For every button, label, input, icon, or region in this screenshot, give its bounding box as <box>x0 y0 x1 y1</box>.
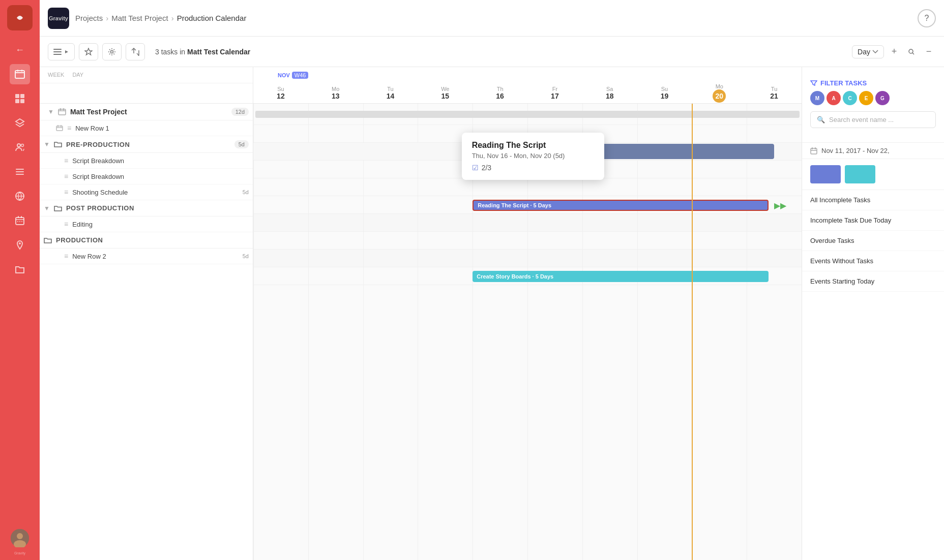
group-name-production: PRODUCTION <box>56 236 249 244</box>
group-header-production: PRODUCTION <box>40 232 253 248</box>
svg-point-9 <box>21 144 24 147</box>
group-folder-icon-prod <box>44 237 52 244</box>
search-event-box[interactable]: 🔍 Search event name ... <box>810 111 936 128</box>
task-row-editing[interactable]: ≡ Editing <box>40 216 253 232</box>
task-row-shooting-schedule[interactable]: ≡ Shooting Schedule 5d <box>40 184 253 200</box>
week-label: WEEK <box>48 72 64 78</box>
breadcrumb-projects[interactable]: Projects <box>75 14 103 22</box>
day-fr17: Fr 17 <box>527 86 582 100</box>
zoom-in-button[interactable]: + <box>887 45 901 59</box>
filter-incomplete-due-today[interactable]: Incomplete Task Due Today <box>802 210 944 231</box>
svg-rect-6 <box>15 99 19 103</box>
svg-rect-7 <box>20 99 24 103</box>
svg-rect-25 <box>53 51 62 52</box>
zoom-out-button[interactable]: − <box>922 45 936 59</box>
gravity-logo[interactable]: Gravity <box>48 8 69 29</box>
gantt-script-breakdown-2: Reading The Script Thu, Nov 16 - Mon, No… <box>253 178 802 196</box>
svg-rect-5 <box>20 94 24 98</box>
svg-rect-4 <box>15 94 19 98</box>
color-legend <box>802 159 944 190</box>
zoom-magnify-button[interactable] <box>904 45 919 59</box>
svg-rect-24 <box>53 49 62 50</box>
tooltip-check: ☑ 2/3 <box>472 164 594 172</box>
breadcrumb-project[interactable]: Matt Test Project <box>111 14 168 22</box>
sidebar-layers-icon[interactable] <box>10 113 30 133</box>
group-folder-icon <box>54 141 62 148</box>
group-collapse-pre-prod[interactable]: ▼ <box>44 141 50 148</box>
avatar-gh[interactable]: G <box>875 91 890 105</box>
svg-point-8 <box>17 144 20 147</box>
made-by-label: Gravity <box>14 551 25 555</box>
filter-overdue[interactable]: Overdue Tasks <box>802 231 944 251</box>
filter-tasks-label: FILTER TASKS <box>820 79 867 87</box>
day-sa18: Sa 18 <box>582 86 637 100</box>
settings-button[interactable] <box>102 43 122 60</box>
svg-point-28 <box>909 49 913 53</box>
filter-all-incomplete[interactable]: All Incomplete Tasks <box>802 190 944 210</box>
sidebar-folder-icon[interactable] <box>10 259 30 279</box>
filter-events-starting-today[interactable]: Events Starting Today <box>802 271 944 292</box>
star-button[interactable] <box>79 43 98 60</box>
user-avatar[interactable] <box>11 529 29 547</box>
reading-script-bar[interactable]: Reading The Script · 5 Days <box>473 200 769 211</box>
sidebar-users-icon[interactable] <box>10 137 30 158</box>
calendar-range-icon <box>810 147 817 154</box>
task-row-script-breakdown-1[interactable]: ≡ Script Breakdown <box>40 153 253 169</box>
svg-rect-31 <box>63 108 64 110</box>
svg-rect-34 <box>811 148 817 154</box>
gantt-body: PRE-PRODUCTION 5 DAYS PERIOD Reading The… <box>253 104 802 560</box>
content-area: WEEK DAY NOV W46 Su 12 <box>40 67 944 560</box>
help-button[interactable]: ? <box>918 9 936 27</box>
view-dropdown[interactable]: Day <box>852 45 884 58</box>
tooltip-check-label: 2/3 <box>482 164 491 172</box>
task-name-editing: Editing <box>72 221 249 228</box>
svg-rect-29 <box>58 109 66 115</box>
svg-point-20 <box>19 242 21 244</box>
view-toggle-button[interactable] <box>48 43 75 60</box>
day-tu14: Tu 14 <box>363 86 418 100</box>
day-mo13: Mo 13 <box>308 86 363 100</box>
story-boards-bar-label: Create Story Boards · 5 Days <box>477 273 553 279</box>
gantt-post-prod-group <box>253 214 802 232</box>
check-icon: ☑ <box>472 164 479 172</box>
project-collapse-chevron[interactable]: ▼ <box>48 108 54 115</box>
filter-tasks-button[interactable]: FILTER TASKS <box>810 75 936 91</box>
sidebar-back-icon[interactable]: ← <box>10 40 30 60</box>
day-th16: Th 16 <box>473 86 527 100</box>
gantt-arrow-right: ▶▶ <box>774 201 786 210</box>
legend-purple <box>810 165 841 183</box>
week-num-badge: W46 <box>292 72 309 79</box>
task-list-body: ▼ Matt Test Project 12d ≡ New Row 1 ▼ <box>40 104 253 560</box>
group-header-pre-production: ▼ PRE-PRODUCTION 5d <box>40 136 253 153</box>
app-logo[interactable] <box>7 5 33 30</box>
avatar-mg[interactable]: M <box>810 91 824 105</box>
task-row-script-breakdown-2[interactable]: ≡ Script Breakdown <box>40 169 253 184</box>
svg-rect-1 <box>15 71 24 78</box>
sidebar-globe-icon[interactable] <box>10 186 30 206</box>
svg-point-18 <box>19 221 20 222</box>
sidebar-location-icon[interactable] <box>10 235 30 255</box>
sidebar-calendar2-icon[interactable] <box>10 210 30 231</box>
task-row-new-row-1[interactable]: ≡ New Row 1 <box>40 120 253 136</box>
project-title: Matt Test Project <box>70 108 227 116</box>
group-header-post-production: ▼ POST PRODUCTION <box>40 200 253 216</box>
task-row-new-row-2[interactable]: ≡ New Row 2 5d <box>40 248 253 264</box>
svg-point-17 <box>17 221 18 222</box>
filter-events-without-tasks[interactable]: Events Without Tasks <box>802 251 944 271</box>
svg-rect-30 <box>60 108 61 110</box>
top-right: ? <box>918 9 936 27</box>
avatar-ef[interactable]: E <box>859 91 873 105</box>
project-duration: 12d <box>231 108 249 116</box>
sidebar-grid-icon[interactable] <box>10 88 30 109</box>
sidebar-list-icon[interactable] <box>10 162 30 182</box>
expand-button[interactable] <box>126 43 145 60</box>
reading-script-bar-label: Reading The Script · 5 Days <box>478 202 551 208</box>
filter-icon <box>810 80 817 87</box>
sidebar-calendar-icon[interactable] <box>10 64 30 84</box>
avatar-ab[interactable]: A <box>827 91 841 105</box>
story-boards-bar[interactable]: Create Story Boards · 5 Days <box>473 271 769 282</box>
svg-point-27 <box>111 50 113 53</box>
avatar-cd[interactable]: C <box>843 91 857 105</box>
group-collapse-post-prod[interactable]: ▼ <box>44 205 50 212</box>
svg-point-22 <box>17 533 23 539</box>
